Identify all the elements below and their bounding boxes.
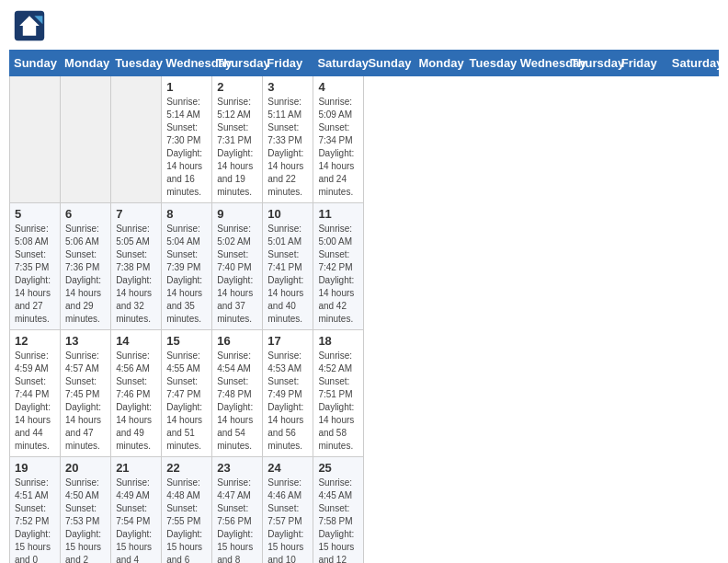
page-header xyxy=(9,9,719,42)
calendar-cell: 17Sunrise: 4:53 AM Sunset: 7:49 PM Dayli… xyxy=(263,330,313,457)
calendar-cell: 21Sunrise: 4:49 AM Sunset: 7:54 PM Dayli… xyxy=(111,457,162,564)
col-header-sunday: Sunday xyxy=(10,51,61,76)
calendar-cell: 20Sunrise: 4:50 AM Sunset: 7:53 PM Dayli… xyxy=(61,457,111,564)
calendar-cell xyxy=(111,76,162,203)
calendar-week-4: 19Sunrise: 4:51 AM Sunset: 7:52 PM Dayli… xyxy=(10,457,719,564)
day-info: Sunrise: 5:04 AM Sunset: 7:39 PM Dayligh… xyxy=(166,223,207,326)
day-info: Sunrise: 4:55 AM Sunset: 7:47 PM Dayligh… xyxy=(166,350,207,453)
calendar-cell: 1Sunrise: 5:14 AM Sunset: 7:30 PM Daylig… xyxy=(162,76,212,203)
calendar-cell: 12Sunrise: 4:59 AM Sunset: 7:44 PM Dayli… xyxy=(10,330,61,457)
logo xyxy=(13,9,50,42)
day-number: 7 xyxy=(116,207,156,221)
calendar-cell: 14Sunrise: 4:56 AM Sunset: 7:46 PM Dayli… xyxy=(111,330,162,457)
day-number: 14 xyxy=(116,334,156,348)
col-header-wednesday: Wednesday xyxy=(162,51,212,76)
day-info: Sunrise: 4:50 AM Sunset: 7:53 PM Dayligh… xyxy=(65,477,106,563)
day-info: Sunrise: 5:01 AM Sunset: 7:41 PM Dayligh… xyxy=(267,223,308,326)
day-info: Sunrise: 5:05 AM Sunset: 7:38 PM Dayligh… xyxy=(116,223,156,326)
day-number: 10 xyxy=(267,207,308,221)
day-number: 9 xyxy=(217,207,257,221)
col-header-saturday: Saturday xyxy=(313,51,364,76)
day-info: Sunrise: 5:08 AM Sunset: 7:35 PM Dayligh… xyxy=(15,223,55,326)
day-info: Sunrise: 4:54 AM Sunset: 7:48 PM Dayligh… xyxy=(217,350,257,453)
calendar-cell xyxy=(10,76,61,203)
day-number: 19 xyxy=(15,461,55,475)
col-header-thursday: Thursday xyxy=(212,51,263,76)
calendar-cell: 25Sunrise: 4:45 AM Sunset: 7:58 PM Dayli… xyxy=(313,457,364,564)
day-number: 12 xyxy=(15,334,55,348)
day-info: Sunrise: 4:56 AM Sunset: 7:46 PM Dayligh… xyxy=(116,350,156,453)
col-header-thursday: Thursday xyxy=(566,51,617,76)
day-info: Sunrise: 5:06 AM Sunset: 7:36 PM Dayligh… xyxy=(65,223,106,326)
day-number: 18 xyxy=(318,334,358,348)
day-info: Sunrise: 5:11 AM Sunset: 7:33 PM Dayligh… xyxy=(267,96,308,199)
calendar-cell: 9Sunrise: 5:02 AM Sunset: 7:40 PM Daylig… xyxy=(212,203,263,330)
day-info: Sunrise: 4:53 AM Sunset: 7:49 PM Dayligh… xyxy=(267,350,308,453)
calendar-cell: 19Sunrise: 4:51 AM Sunset: 7:52 PM Dayli… xyxy=(10,457,61,564)
calendar-cell: 23Sunrise: 4:47 AM Sunset: 7:56 PM Dayli… xyxy=(212,457,263,564)
day-info: Sunrise: 5:12 AM Sunset: 7:31 PM Dayligh… xyxy=(217,96,257,199)
calendar-cell: 8Sunrise: 5:04 AM Sunset: 7:39 PM Daylig… xyxy=(162,203,212,330)
day-number: 25 xyxy=(318,461,358,475)
day-number: 8 xyxy=(166,207,207,221)
day-info: Sunrise: 4:57 AM Sunset: 7:45 PM Dayligh… xyxy=(65,350,106,453)
col-header-tuesday: Tuesday xyxy=(111,51,162,76)
day-number: 2 xyxy=(217,80,257,94)
col-header-monday: Monday xyxy=(61,51,111,76)
calendar-week-1: 1Sunrise: 5:14 AM Sunset: 7:30 PM Daylig… xyxy=(10,76,719,203)
day-number: 24 xyxy=(267,461,308,475)
day-number: 16 xyxy=(217,334,257,348)
calendar-cell: 24Sunrise: 4:46 AM Sunset: 7:57 PM Dayli… xyxy=(263,457,313,564)
calendar-cell: 22Sunrise: 4:48 AM Sunset: 7:55 PM Dayli… xyxy=(162,457,212,564)
header-row: SundayMondayTuesdayWednesdayThursdayFrid… xyxy=(10,51,719,76)
day-info: Sunrise: 4:52 AM Sunset: 7:51 PM Dayligh… xyxy=(318,350,358,453)
calendar-cell: 16Sunrise: 4:54 AM Sunset: 7:48 PM Dayli… xyxy=(212,330,263,457)
day-info: Sunrise: 5:02 AM Sunset: 7:40 PM Dayligh… xyxy=(217,223,257,326)
day-number: 22 xyxy=(166,461,207,475)
day-number: 1 xyxy=(166,80,207,94)
calendar-cell: 13Sunrise: 4:57 AM Sunset: 7:45 PM Dayli… xyxy=(61,330,111,457)
day-number: 17 xyxy=(267,334,308,348)
calendar-cell: 10Sunrise: 5:01 AM Sunset: 7:41 PM Dayli… xyxy=(263,203,313,330)
col-header-wednesday: Wednesday xyxy=(516,51,566,76)
day-info: Sunrise: 4:48 AM Sunset: 7:55 PM Dayligh… xyxy=(166,477,207,563)
calendar-cell: 6Sunrise: 5:06 AM Sunset: 7:36 PM Daylig… xyxy=(61,203,111,330)
day-number: 4 xyxy=(318,80,358,94)
day-number: 23 xyxy=(217,461,257,475)
col-header-sunday: Sunday xyxy=(364,51,415,76)
col-header-friday: Friday xyxy=(617,51,667,76)
day-info: Sunrise: 4:49 AM Sunset: 7:54 PM Dayligh… xyxy=(116,477,156,563)
calendar-week-2: 5Sunrise: 5:08 AM Sunset: 7:35 PM Daylig… xyxy=(10,203,719,330)
calendar-cell: 5Sunrise: 5:08 AM Sunset: 7:35 PM Daylig… xyxy=(10,203,61,330)
day-number: 13 xyxy=(65,334,106,348)
day-number: 20 xyxy=(65,461,106,475)
day-info: Sunrise: 5:09 AM Sunset: 7:34 PM Dayligh… xyxy=(318,96,358,199)
col-header-tuesday: Tuesday xyxy=(465,51,516,76)
calendar-cell: 15Sunrise: 4:55 AM Sunset: 7:47 PM Dayli… xyxy=(162,330,212,457)
day-number: 5 xyxy=(15,207,55,221)
day-info: Sunrise: 5:14 AM Sunset: 7:30 PM Dayligh… xyxy=(166,96,207,199)
day-info: Sunrise: 4:51 AM Sunset: 7:52 PM Dayligh… xyxy=(15,477,55,563)
calendar-cell: 3Sunrise: 5:11 AM Sunset: 7:33 PM Daylig… xyxy=(263,76,313,203)
calendar-cell: 18Sunrise: 4:52 AM Sunset: 7:51 PM Dayli… xyxy=(313,330,364,457)
calendar-cell xyxy=(61,76,111,203)
day-number: 11 xyxy=(318,207,358,221)
day-info: Sunrise: 4:46 AM Sunset: 7:57 PM Dayligh… xyxy=(267,477,308,563)
calendar-cell: 2Sunrise: 5:12 AM Sunset: 7:31 PM Daylig… xyxy=(212,76,263,203)
calendar-cell: 11Sunrise: 5:00 AM Sunset: 7:42 PM Dayli… xyxy=(313,203,364,330)
day-info: Sunrise: 5:00 AM Sunset: 7:42 PM Dayligh… xyxy=(318,223,358,326)
calendar-cell: 7Sunrise: 5:05 AM Sunset: 7:38 PM Daylig… xyxy=(111,203,162,330)
day-number: 6 xyxy=(65,207,106,221)
calendar-week-3: 12Sunrise: 4:59 AM Sunset: 7:44 PM Dayli… xyxy=(10,330,719,457)
col-header-friday: Friday xyxy=(263,51,313,76)
day-number: 21 xyxy=(116,461,156,475)
day-number: 15 xyxy=(166,334,207,348)
calendar-table: SundayMondayTuesdayWednesdayThursdayFrid… xyxy=(9,50,719,563)
day-number: 3 xyxy=(267,80,308,94)
col-header-monday: Monday xyxy=(415,51,465,76)
logo-icon xyxy=(13,9,46,42)
col-header-saturday: Saturday xyxy=(667,51,718,76)
day-info: Sunrise: 4:47 AM Sunset: 7:56 PM Dayligh… xyxy=(217,477,257,563)
day-info: Sunrise: 4:59 AM Sunset: 7:44 PM Dayligh… xyxy=(15,350,55,453)
calendar-cell: 4Sunrise: 5:09 AM Sunset: 7:34 PM Daylig… xyxy=(313,76,364,203)
